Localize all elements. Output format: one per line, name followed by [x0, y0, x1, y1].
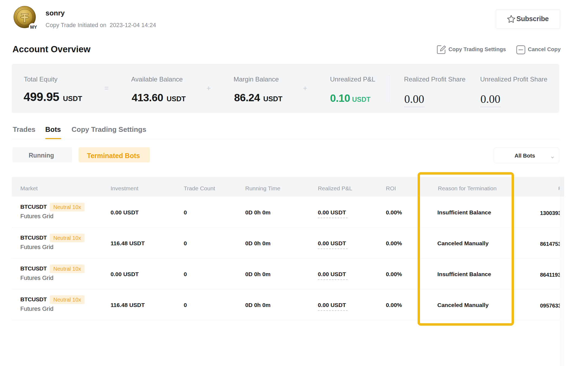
svg-text:MY: MY: [30, 25, 37, 30]
